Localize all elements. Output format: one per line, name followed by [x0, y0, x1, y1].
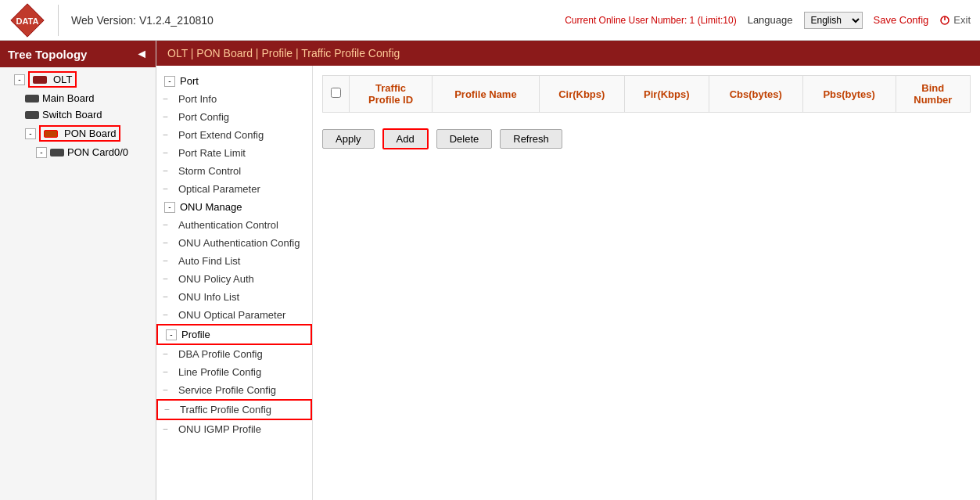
online-users-count: 1 — [690, 15, 695, 26]
breadcrumb-olt[interactable]: OLT — [167, 47, 188, 59]
tree-label-switch-board: Switch Board — [42, 109, 102, 121]
sidebar-header: Tree Topology ◄ — [0, 41, 156, 67]
nav-item-onu-policy-auth[interactable]: ONU Policy Auth — [156, 270, 312, 288]
nav-group-profile[interactable]: - Profile — [156, 324, 312, 345]
language-label: Language — [748, 14, 793, 26]
nav-group-onu-manage-items: Authentication Control ONU Authenticatio… — [156, 216, 312, 324]
profile-expand-icon: - — [166, 329, 177, 340]
th-pbs-bytes: Pbs(bytes) — [802, 76, 896, 113]
main-board-icon — [25, 95, 39, 103]
content: OLT | PON Board | Profile | Traffic Prof… — [156, 41, 980, 500]
breadcrumb-pon-board[interactable]: PON Board — [196, 47, 253, 59]
nav-group-port-label: Port — [180, 75, 199, 87]
sidebar: Tree Topology ◄ - OLT Main Board Switch … — [0, 41, 156, 500]
onu-manage-expand-icon: - — [164, 202, 175, 213]
nav-tree: - Port Port Info Port Config Port Extend… — [156, 66, 313, 500]
pon-card-icon — [50, 149, 64, 156]
nav-item-optical-parameter[interactable]: Optical Parameter — [156, 180, 312, 198]
nav-group-profile-label: Profile — [181, 329, 210, 340]
th-traffic-profile-id: TrafficProfile ID — [350, 76, 433, 113]
nav-group-port-items: Port Info Port Config Port Extend Config… — [156, 90, 312, 198]
th-checkbox — [323, 76, 350, 113]
nav-group-port[interactable]: - Port — [156, 72, 312, 90]
select-all-checkbox[interactable] — [331, 88, 341, 98]
online-users-info: Current Online User Number: 1 (Limit:10) — [565, 15, 736, 26]
exit-button[interactable]: Exit — [939, 14, 971, 26]
language-select[interactable]: English Chinese — [804, 12, 863, 29]
th-bind-number: BindNumber — [896, 76, 970, 113]
main-layout: Tree Topology ◄ - OLT Main Board Switch … — [0, 41, 980, 500]
nav-item-port-extend-config[interactable]: Port Extend Config — [156, 126, 312, 144]
header-right: Current Online User Number: 1 (Limit:10)… — [565, 12, 971, 29]
web-version-label: Web Version: V1.2.4_210810 — [71, 14, 565, 27]
nav-item-auth-control[interactable]: Authentication Control — [156, 216, 312, 234]
tree-item-pon-board[interactable]: - PON Board — [0, 123, 156, 144]
breadcrumb-traffic-profile-config[interactable]: Traffic Profile Config — [301, 47, 400, 59]
nav-item-port-rate-limit[interactable]: Port Rate Limit — [156, 144, 312, 162]
pon-board-expand-btn[interactable]: - — [25, 128, 36, 139]
tree-label-pon-card: PON Card0/0 — [67, 146, 128, 158]
refresh-button[interactable]: Refresh — [500, 129, 562, 149]
nav-item-storm-control[interactable]: Storm Control — [156, 162, 312, 180]
th-profile-name: Profile Name — [433, 76, 540, 113]
svg-text:DATA: DATA — [16, 16, 39, 25]
breadcrumb-profile[interactable]: Profile — [261, 47, 293, 59]
breadcrumb: OLT | PON Board | Profile | Traffic Prof… — [156, 41, 980, 66]
nav-item-dba-profile-config[interactable]: DBA Profile Config — [156, 345, 312, 363]
apply-button[interactable]: Apply — [322, 129, 375, 149]
delete-button[interactable]: Delete — [436, 129, 493, 149]
olt-expand-btn[interactable]: - — [14, 74, 25, 85]
pon-board-icon — [44, 130, 58, 138]
sidebar-title: Tree Topology — [8, 48, 87, 61]
olt-icon — [33, 76, 47, 84]
nav-item-onu-optical-param[interactable]: ONU Optical Parameter — [156, 306, 312, 324]
switch-board-icon — [25, 111, 39, 119]
port-expand-icon: - — [164, 76, 175, 87]
tree-node-olt: - OLT Main Board Switch Board - — [0, 67, 156, 162]
action-buttons-row: Apply Add Delete Refresh — [322, 125, 971, 153]
th-pir-kbps: Pir(Kbps) — [624, 76, 709, 113]
th-cbs-bytes: Cbs(bytes) — [709, 76, 802, 113]
tree-item-pon-card[interactable]: - PON Card0/0 — [0, 144, 156, 160]
logo-area: DATA — [9, 5, 59, 36]
nav-item-service-profile-config[interactable]: Service Profile Config — [156, 381, 312, 399]
nav-item-onu-auth-config[interactable]: ONU Authentication Config — [156, 234, 312, 252]
exit-label: Exit — [953, 14, 971, 26]
nav-item-auto-find-list[interactable]: Auto Find List — [156, 252, 312, 270]
sidebar-collapse-button[interactable]: ◄ — [135, 47, 148, 61]
header: DATA Web Version: V1.2.4_210810 Current … — [0, 0, 980, 41]
pon-card-expand-btn[interactable]: - — [36, 147, 47, 158]
nav-item-port-info[interactable]: Port Info — [156, 90, 312, 108]
right-panel: TrafficProfile ID Profile Name Cir(Kbps)… — [313, 66, 980, 500]
tree-item-olt[interactable]: - OLT — [0, 69, 156, 90]
tree-label-olt: OLT — [53, 74, 72, 85]
online-users-limit: (Limit:10) — [698, 15, 737, 26]
power-icon — [939, 15, 950, 26]
nav-item-line-profile-config[interactable]: Line Profile Config — [156, 363, 312, 381]
tree-label-pon-board: PON Board — [64, 128, 116, 139]
nav-item-traffic-profile-config[interactable]: Traffic Profile Config — [156, 399, 312, 420]
add-button[interactable]: Add — [382, 128, 429, 149]
tree-label-main-board: Main Board — [42, 92, 94, 104]
nav-item-onu-igmp-profile[interactable]: ONU IGMP Profile — [156, 420, 312, 438]
nav-item-onu-info-list[interactable]: ONU Info List — [156, 288, 312, 306]
tree-item-main-board[interactable]: Main Board — [0, 90, 156, 106]
nav-group-profile-items: DBA Profile Config Line Profile Config S… — [156, 345, 312, 438]
save-config-link[interactable]: Save Config — [874, 14, 929, 26]
online-users-label: Current Online User Number: — [565, 15, 687, 26]
profile-table: TrafficProfile ID Profile Name Cir(Kbps)… — [322, 75, 971, 113]
th-cir-kbps: Cir(Kbps) — [539, 76, 624, 113]
content-body: - Port Port Info Port Config Port Extend… — [156, 66, 980, 500]
logo-icon: DATA — [9, 2, 45, 38]
nav-group-onu-manage[interactable]: - ONU Manage — [156, 198, 312, 216]
nav-item-port-config[interactable]: Port Config — [156, 108, 312, 126]
tree-item-switch-board[interactable]: Switch Board — [0, 106, 156, 123]
nav-group-onu-manage-label: ONU Manage — [180, 201, 242, 213]
